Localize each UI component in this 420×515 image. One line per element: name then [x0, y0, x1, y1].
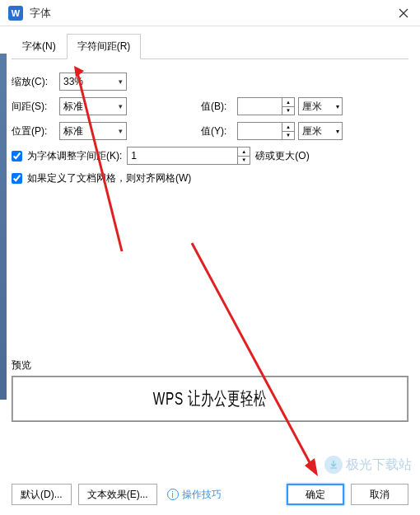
- spinner-down[interactable]: ▼: [282, 132, 294, 140]
- watermark: 极光下载站: [324, 456, 412, 474]
- chevron-down-icon: ▾: [336, 103, 339, 110]
- download-icon: [324, 456, 343, 474]
- kerning-value-input[interactable]: 1 ▲▼: [127, 147, 250, 165]
- position-val-label: 值(Y):: [201, 124, 237, 138]
- spinner-up[interactable]: ▲: [282, 123, 294, 132]
- chevron-down-icon: ▾: [119, 127, 123, 135]
- position-combo[interactable]: 标准 ▾: [59, 122, 127, 140]
- spacing-value: 标准: [63, 100, 83, 114]
- tab-font[interactable]: 字体(N): [12, 34, 67, 59]
- close-icon: [399, 8, 408, 18]
- kerning-value: 1: [128, 150, 237, 162]
- spinner-up[interactable]: ▲: [282, 98, 294, 107]
- position-label: 位置(P):: [12, 124, 59, 138]
- spinner-down[interactable]: ▼: [282, 107, 294, 115]
- spacing-val-label: 值(B):: [201, 100, 237, 114]
- position-unit-select[interactable]: 厘米 ▾: [298, 122, 343, 140]
- close-button[interactable]: [395, 5, 412, 21]
- spinner-up[interactable]: ▲: [238, 147, 250, 157]
- spacing-combo[interactable]: 标准 ▾: [59, 97, 127, 115]
- chevron-down-icon: ▾: [119, 77, 123, 86]
- info-icon: i: [167, 489, 179, 500]
- position-value: 标准: [63, 124, 83, 138]
- preview-text: WPS 让办公更轻松: [153, 386, 268, 411]
- chevron-down-icon: ▾: [119, 102, 123, 110]
- spacing-unit-select[interactable]: 厘米 ▾: [298, 97, 343, 115]
- spinner-down[interactable]: ▼: [238, 157, 250, 165]
- svg-marker-5: [305, 458, 318, 476]
- default-button[interactable]: 默认(D)...: [12, 484, 72, 505]
- spacing-unit: 厘米: [302, 100, 322, 114]
- text-effect-button[interactable]: 文本效果(E)...: [78, 484, 157, 505]
- cancel-button[interactable]: 取消: [351, 484, 408, 505]
- position-unit: 厘米: [302, 124, 322, 138]
- scale-label: 缩放(C):: [12, 75, 59, 89]
- position-val-input[interactable]: ▲▼: [237, 122, 295, 140]
- scale-combo[interactable]: 33% ▾: [59, 73, 127, 91]
- snap-grid-label: 如果定义了文档网格，则对齐网格(W): [27, 171, 191, 185]
- kerning-suffix: 磅或更大(O): [255, 149, 309, 163]
- preview-box: WPS 让办公更轻松: [12, 376, 408, 422]
- chevron-down-icon: ▾: [336, 128, 339, 135]
- kerning-checkbox[interactable]: [12, 151, 22, 162]
- scale-value: 33%: [63, 76, 83, 87]
- snap-grid-checkbox[interactable]: [12, 173, 22, 184]
- hint-link[interactable]: i 操作技巧: [167, 488, 222, 502]
- tab-char-spacing[interactable]: 字符间距(R): [67, 34, 142, 59]
- dialog-title: 字体: [30, 6, 51, 21]
- spacing-val-input[interactable]: ▲▼: [237, 97, 295, 115]
- app-icon: W: [8, 6, 23, 21]
- hint-text: 操作技巧: [182, 488, 222, 502]
- kerning-label: 为字体调整字间距(K):: [27, 149, 122, 163]
- preview-label: 预览: [12, 358, 408, 372]
- ok-button[interactable]: 确定: [287, 484, 344, 505]
- spacing-label: 间距(S):: [12, 100, 59, 114]
